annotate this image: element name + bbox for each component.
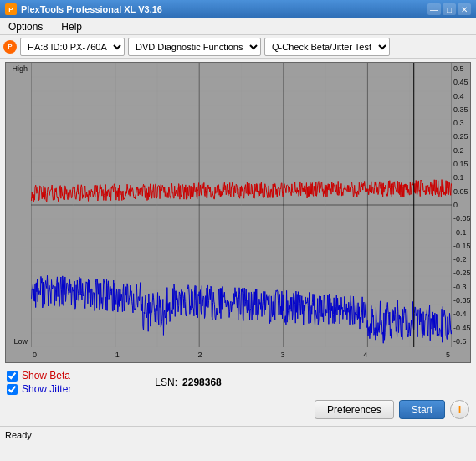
checkboxes: Show Beta Show Jitter [7,370,71,395]
y-axis-left: High Low [6,63,31,347]
test-select[interactable]: Q-Check Beta/Jitter Test [264,38,390,56]
bottom-area: Show Beta Show Jitter LSN: 2298368 Prefe… [0,365,476,426]
menu-help[interactable]: Help [56,19,87,34]
show-beta-label[interactable]: Show Beta [22,370,70,382]
show-beta-checkbox[interactable] [7,371,18,382]
y-right-label: -0.15 [452,242,470,250]
y-right-label: -0.4 [452,310,470,318]
y-label-high: High [8,64,29,73]
maximize-button[interactable]: □ [443,3,456,15]
y-right-label: -0.35 [452,296,470,305]
y-right-label: -0.2 [452,255,470,264]
status-bar: Ready [0,426,476,443]
show-beta-row: Show Beta [7,370,71,382]
y-right-label: 0.1 [452,173,470,182]
x-axis: 012345 [31,347,452,362]
preferences-button[interactable]: Preferences [315,400,394,419]
chart-canvas [31,63,452,347]
lsn-label: LSN: [155,376,177,388]
show-jitter-label[interactable]: Show Jitter [22,383,71,395]
x-label: 0 [33,351,37,359]
y-axis-right: 0.50.450.40.350.30.250.20.150.10.050-0.0… [452,63,470,347]
info-button[interactable]: i [450,400,469,419]
minimize-button[interactable]: — [427,3,441,15]
y-right-label: 0.2 [452,146,470,155]
menu-options[interactable]: Options [3,19,48,34]
y-right-label: 0 [452,201,470,209]
y-right-label: 0.25 [452,132,470,141]
close-button[interactable]: ✕ [458,3,471,15]
chart-area: High Low 0.50.450.40.350.30.250.20.150.1… [5,62,471,363]
app-icon: P [5,3,17,15]
y-right-label: -0.5 [452,337,470,346]
show-jitter-checkbox[interactable] [7,384,18,395]
chart-canvas-container [31,63,452,347]
drive-select[interactable]: HA:8 ID:0 PX-760A [20,38,125,56]
y-right-label: 0.05 [452,187,470,196]
x-label: 3 [280,351,284,359]
x-label: 2 [198,351,202,359]
x-label: 5 [446,351,450,359]
x-label: 1 [115,351,120,359]
window-controls: — □ ✕ [427,3,471,15]
y-right-label: 0.4 [452,92,470,100]
y-right-label: 0.35 [452,105,470,114]
app-title: PlexTools Professional XL V3.16 [21,4,162,14]
toolbar: P HA:8 ID:0 PX-760A DVD Diagnostic Funct… [0,35,476,59]
drive-icon: P [3,40,17,54]
menu-bar: Options Help [0,18,476,35]
lsn-value: 2298368 [182,376,222,388]
y-right-label: 0.5 [452,64,470,73]
start-button[interactable]: Start [399,400,445,419]
status-text: Ready [5,430,32,440]
x-label: 4 [363,351,367,359]
y-right-label: -0.25 [452,269,470,277]
lsn-area: LSN: 2298368 [155,376,221,388]
y-right-label: 0.15 [452,160,470,168]
function-select[interactable]: DVD Diagnostic Functions [128,38,261,56]
title-bar: P PlexTools Professional XL V3.16 — □ ✕ [0,0,476,18]
y-right-label: -0.1 [452,228,470,237]
show-jitter-row: Show Jitter [7,383,71,395]
buttons-row: Preferences Start i [7,397,469,423]
y-right-label: -0.3 [452,283,470,291]
y-right-label: -0.45 [452,324,470,332]
y-right-label: -0.05 [452,214,470,223]
y-right-label: 0.3 [452,119,470,127]
y-label-low: Low [8,337,29,346]
y-right-label: 0.45 [452,78,470,86]
